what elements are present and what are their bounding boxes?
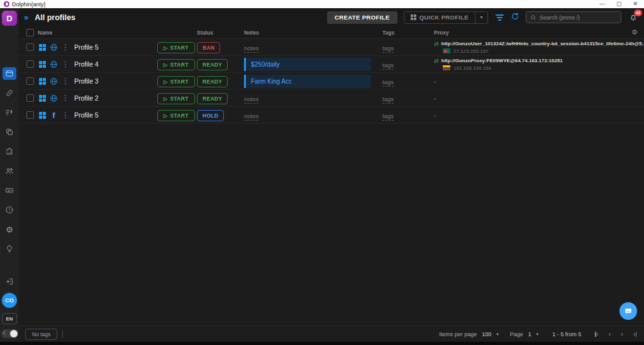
sidebar: D bbox=[0, 8, 19, 342]
moon-icon: ☾ bbox=[3, 331, 8, 336]
proxy-cell[interactable]: - bbox=[434, 95, 644, 102]
refresh-icon[interactable] bbox=[511, 12, 519, 23]
column-name[interactable]: Name bbox=[38, 30, 197, 36]
notes-field[interactable]: notes bbox=[244, 45, 258, 53]
row-checkbox[interactable] bbox=[26, 111, 34, 119]
search-box[interactable] bbox=[526, 11, 621, 23]
table-row[interactable]: ⋮ Profile 2 ▷START READY notes tags - bbox=[19, 90, 644, 107]
column-tags[interactable]: Tags bbox=[382, 30, 434, 36]
table-settings-gear-icon[interactable]: ⚙ bbox=[625, 28, 644, 36]
browser-globe-icon bbox=[50, 94, 58, 102]
row-menu-icon[interactable]: ⋮ bbox=[62, 60, 69, 68]
sidebar-item-profiles[interactable] bbox=[3, 67, 16, 80]
tags-field[interactable]: tags bbox=[382, 112, 394, 121]
row-menu-icon[interactable]: ⋮ bbox=[62, 43, 69, 51]
items-per-page-value[interactable]: 100 bbox=[482, 331, 491, 337]
theme-toggle[interactable]: ☾ bbox=[1, 329, 18, 338]
sidebar-item-team[interactable] bbox=[3, 165, 16, 177]
start-button[interactable]: ▷START bbox=[157, 76, 195, 87]
column-status[interactable]: Status bbox=[197, 30, 244, 36]
proxy-cell[interactable]: ⇄http://GonzoUser_101324Z:iwfHHnto_count… bbox=[434, 41, 644, 54]
profile-name[interactable]: Profile 5 bbox=[74, 111, 157, 119]
tags-field[interactable]: tags bbox=[382, 62, 394, 70]
profile-name[interactable]: Profile 2 bbox=[74, 94, 157, 102]
start-button[interactable]: ▷START bbox=[157, 93, 195, 104]
notes-field[interactable]: notes bbox=[244, 112, 258, 121]
table-row[interactable]: ⋮ Profile 3 ▷START READY Farm King Acc t… bbox=[19, 73, 644, 90]
items-per-page-label: Items per page bbox=[439, 331, 477, 337]
proxy-cell[interactable]: - bbox=[434, 78, 644, 85]
prev-page-button[interactable]: ‹ bbox=[608, 331, 611, 337]
row-menu-icon[interactable]: ⋮ bbox=[62, 77, 69, 85]
column-notes[interactable]: Notes bbox=[244, 30, 382, 36]
first-page-button[interactable]: ‹ bbox=[595, 331, 598, 337]
items-per-page-caret[interactable]: ▾ bbox=[496, 332, 499, 337]
notes-field[interactable]: Farm King Acc bbox=[244, 75, 371, 88]
sidebar-item-settings[interactable]: ⚙ bbox=[3, 223, 16, 236]
flag-bangladesh-icon bbox=[443, 48, 450, 53]
start-button[interactable]: ▷START bbox=[157, 59, 195, 70]
notes-field[interactable]: notes bbox=[244, 96, 258, 104]
create-profile-button[interactable]: CREATE PROFILE bbox=[327, 11, 397, 24]
table-row[interactable]: f ⋮ Profile 5 ▷START HOLD notes tags - bbox=[19, 107, 644, 124]
profile-name[interactable]: Profile 4 bbox=[74, 60, 157, 68]
user-avatar[interactable]: CO bbox=[2, 293, 17, 308]
notes-field[interactable]: $250/daily bbox=[244, 58, 371, 71]
sidebar-item-copies[interactable] bbox=[3, 126, 16, 138]
proxy-cell[interactable]: - bbox=[434, 112, 644, 119]
start-button[interactable]: ▷START bbox=[157, 42, 195, 53]
maximize-button[interactable]: ▢ bbox=[616, 0, 622, 8]
profile-name[interactable]: Profile 5 bbox=[74, 43, 157, 51]
bottom-cutoff-strip bbox=[0, 342, 644, 345]
page-caret[interactable]: ▾ bbox=[536, 332, 539, 337]
proxy-swap-icon: ⇄ bbox=[434, 41, 439, 47]
row-checkbox[interactable] bbox=[26, 77, 34, 85]
sidebar-item-extensions[interactable] bbox=[3, 145, 16, 158]
quick-profile-caret[interactable]: ▾ bbox=[475, 12, 487, 23]
column-proxy[interactable]: Proxy bbox=[434, 30, 625, 36]
page-value[interactable]: 1 bbox=[528, 331, 531, 337]
minimize-button[interactable]: — bbox=[599, 0, 605, 8]
status-badge[interactable]: READY bbox=[197, 93, 228, 104]
start-button[interactable]: ▷START bbox=[157, 110, 195, 121]
proxy-url: http://GonzoProxy:FE09WYE@64.74.163.172:… bbox=[441, 58, 563, 63]
status-badge[interactable]: HOLD bbox=[197, 110, 224, 121]
help-icon: ? bbox=[5, 205, 14, 214]
tags-field[interactable]: tags bbox=[382, 96, 394, 104]
status-badge[interactable]: BAN bbox=[197, 42, 220, 53]
tags-field[interactable]: tags bbox=[382, 45, 394, 53]
tags-field[interactable]: tags bbox=[382, 79, 394, 87]
logout-button[interactable] bbox=[3, 275, 16, 288]
select-all-checkbox[interactable] bbox=[26, 29, 34, 36]
profile-name[interactable]: Profile 3 bbox=[74, 77, 157, 85]
dolphin-logo[interactable]: D bbox=[2, 11, 17, 26]
notifications-button[interactable]: 43 bbox=[628, 12, 639, 23]
close-button[interactable]: ✕ bbox=[633, 0, 638, 8]
language-button[interactable]: EN bbox=[2, 313, 17, 324]
last-page-button[interactable]: › bbox=[633, 331, 636, 337]
sidebar-item-api[interactable]: API bbox=[3, 184, 16, 197]
row-menu-icon[interactable]: ⋮ bbox=[62, 111, 69, 119]
sidebar-item-automation[interactable] bbox=[3, 106, 16, 119]
no-tags-chip[interactable]: No tags bbox=[25, 329, 57, 340]
expand-sidebar-icon[interactable]: » bbox=[24, 13, 28, 21]
search-input[interactable] bbox=[540, 14, 617, 21]
status-badge[interactable]: READY bbox=[197, 76, 228, 87]
row-checkbox[interactable] bbox=[26, 43, 34, 51]
row-checkbox[interactable] bbox=[26, 94, 34, 102]
proxy-cell[interactable]: ⇄http://GonzoProxy:FE09WYE@64.74.163.172… bbox=[434, 58, 644, 71]
filter-icon[interactable] bbox=[494, 14, 504, 21]
table-row[interactable]: ⋮ Profile 5 ▷START BAN notes tags ⇄http:… bbox=[19, 39, 644, 56]
next-page-button[interactable]: › bbox=[621, 331, 623, 337]
sidebar-item-ideas[interactable] bbox=[3, 243, 16, 255]
proxy-empty: - bbox=[434, 78, 436, 85]
sidebar-item-proxies[interactable] bbox=[3, 87, 16, 99]
table-row[interactable]: ⋮ Profile 4 ▷START READY $250/daily tags… bbox=[19, 56, 644, 73]
team-icon bbox=[5, 167, 14, 175]
row-checkbox[interactable] bbox=[26, 60, 34, 68]
support-chat-button[interactable] bbox=[619, 302, 637, 320]
quick-profile-button[interactable]: QUICK PROFILE ▾ bbox=[404, 11, 488, 24]
row-menu-icon[interactable]: ⋮ bbox=[62, 94, 69, 102]
status-badge[interactable]: READY bbox=[197, 59, 228, 70]
sidebar-item-help[interactable]: ? bbox=[3, 204, 16, 216]
